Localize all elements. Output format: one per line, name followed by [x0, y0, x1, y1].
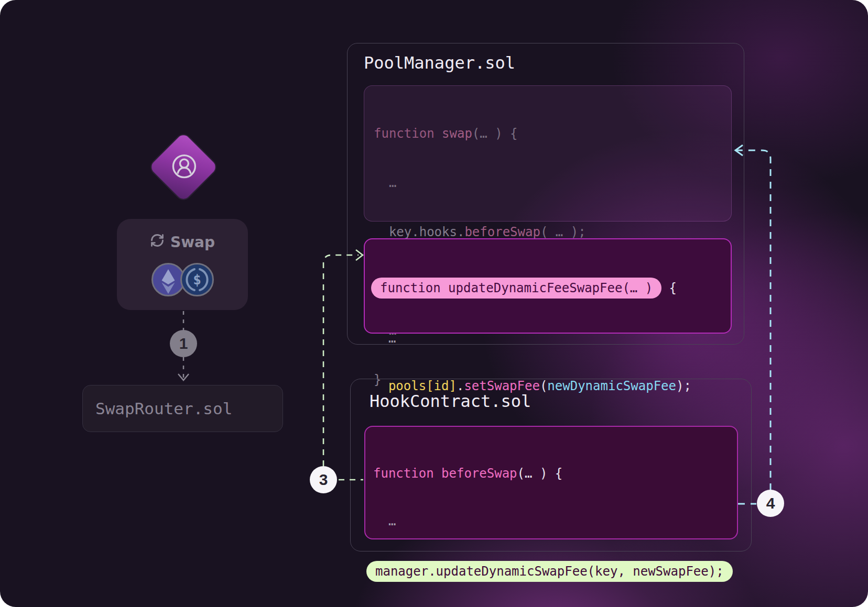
update-call-highlight: manager.updateDynamicSwapFee(key, newSwa… [366, 561, 733, 582]
code-line: … [373, 513, 729, 529]
code-token: { [661, 281, 677, 295]
code-line: function beforeSwap(… ) { [373, 463, 729, 483]
step-badge-1: 1 [170, 330, 197, 357]
diagram-card: Swap $ SwapRouter.sol PoolManager.sol [0, 0, 868, 607]
code-token: swap [442, 126, 472, 141]
hookcontract-title: HookContract.sol [370, 390, 531, 413]
arrow-down-icon [178, 374, 189, 380]
code-line: function swap(… ) { [374, 124, 722, 144]
user-icon [159, 142, 208, 191]
code-token: (… ) { [517, 466, 563, 481]
code-line: … [373, 329, 722, 348]
swaprouter-node: SwapRouter.sol [82, 385, 283, 432]
token-pair: $ [117, 263, 248, 296]
swap-label: Swap [170, 234, 215, 251]
code-token: key.hooks. [374, 225, 464, 239]
code-line: manager.updateDynamicSwapFee(key, newSwa… [373, 559, 729, 584]
poolmanager-updatefee-code: function updateDynamicFeeSwapFee(… ) { …… [364, 238, 732, 334]
poolmanager-title: PoolManager.sol [364, 51, 515, 74]
eth-coin-icon [151, 263, 185, 296]
swap-action-box: Swap $ [117, 219, 248, 310]
swap-arrows-icon [150, 233, 165, 251]
poolmanager-swap-code: function swap(… ) { … key.hooks.beforeSw… [364, 85, 732, 222]
code-token: function [373, 466, 441, 481]
step-badge-3: 3 [310, 466, 337, 493]
step-number: 1 [179, 335, 188, 352]
code-token: (… ) { [472, 126, 518, 141]
code-token: … [374, 175, 396, 190]
step-number: 4 [766, 494, 775, 512]
code-token: function [374, 126, 442, 141]
code-token: … [373, 514, 396, 528]
code-token: … [373, 331, 396, 346]
step-badge-4: 4 [757, 490, 784, 517]
swaprouter-title: SwapRouter.sol [95, 399, 232, 418]
step-number: 3 [319, 471, 328, 489]
user-node [147, 131, 220, 204]
code-token: ( … ); [540, 225, 586, 239]
code-token: beforeSwap [441, 466, 517, 481]
usdc-coin-icon: $ [180, 263, 214, 296]
code-line: … [374, 173, 722, 193]
usdc-dollar-symbol: $ [193, 272, 201, 288]
code-line: function updateDynamicFeeSwapFee(… ) { [373, 276, 722, 300]
code-token: beforeSwap [464, 225, 540, 239]
function-signature-highlight: function updateDynamicFeeSwapFee(… ) [371, 278, 661, 299]
hookcontract-beforeswap-code: function beforeSwap(… ) { … manager.upda… [364, 426, 738, 539]
